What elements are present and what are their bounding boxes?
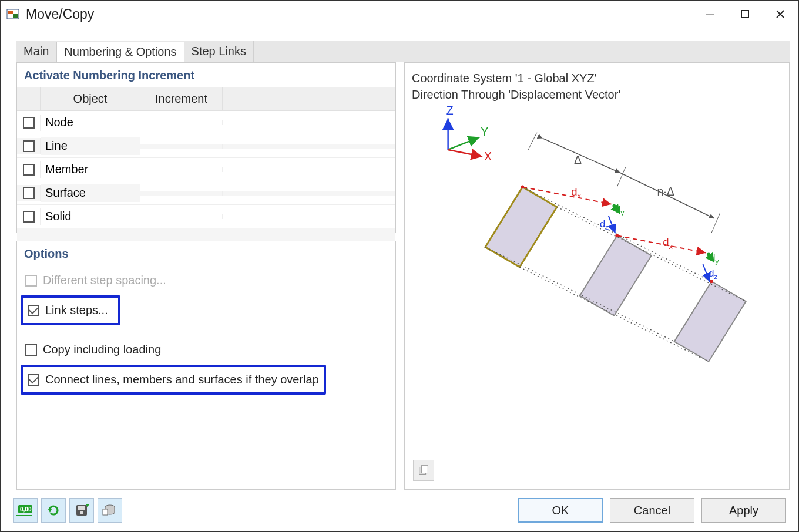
opt-connect-overlap[interactable]: Connect lines, members and surfaces if t…: [21, 365, 326, 395]
cancel-button[interactable]: Cancel: [610, 498, 694, 523]
svg-text:Z: Z: [446, 104, 454, 117]
maximize-button[interactable]: [727, 2, 763, 26]
opt-copy-loading[interactable]: Copy including loading: [21, 337, 392, 362]
col-object: Object: [41, 87, 140, 110]
svg-marker-49: [48, 509, 52, 513]
tab-step-links[interactable]: Step Links: [184, 41, 254, 62]
displacement-diagram: Z Y X Δ n·Δ: [417, 104, 783, 425]
svg-text:X: X: [484, 150, 492, 163]
svg-text:dz: dz: [600, 218, 609, 231]
refresh-button[interactable]: [41, 498, 66, 523]
svg-text:n·Δ: n·Δ: [657, 185, 674, 198]
tab-numbering-options[interactable]: Numbering & Options: [56, 42, 184, 62]
app-icon: [6, 7, 20, 21]
left-column: Activate Numbering Increment Object Incr…: [16, 62, 396, 490]
svg-point-43: [707, 253, 710, 257]
row-surface[interactable]: Surface: [17, 181, 395, 205]
footer: 0,00 OK Cancel Apply: [1, 490, 798, 531]
options-panel: Options Different step spacing... Link s…: [16, 241, 396, 490]
minimize-button[interactable]: [692, 2, 727, 26]
row-solid[interactable]: Solid: [17, 205, 395, 228]
tab-main[interactable]: Main: [16, 41, 56, 62]
svg-text:dy: dy: [615, 204, 624, 216]
svg-marker-20: [485, 187, 557, 267]
options-title: Options: [17, 241, 395, 265]
col-increment: Increment: [140, 87, 223, 110]
preview-panel: Coordinate System '1 - Global XYZ' Direc…: [404, 62, 790, 490]
row-node[interactable]: Node: [17, 111, 395, 134]
svg-marker-21: [580, 235, 652, 316]
svg-rect-51: [78, 506, 85, 510]
units-button[interactable]: 0,00: [13, 498, 38, 523]
svg-rect-55: [103, 509, 108, 515]
check-connect-overlap[interactable]: [28, 374, 39, 386]
svg-text:0,00: 0,00: [20, 506, 32, 513]
check-line[interactable]: [23, 140, 35, 152]
svg-line-11: [448, 150, 483, 157]
numbering-title: Activate Numbering Increment: [17, 63, 395, 87]
check-copy-loading[interactable]: [25, 344, 37, 356]
numbering-table: Object Increment Node Line: [17, 87, 395, 254]
check-node[interactable]: [23, 117, 35, 129]
svg-text:Y: Y: [481, 125, 488, 138]
svg-text:Δ: Δ: [574, 153, 582, 166]
row-member[interactable]: Member: [17, 158, 395, 181]
svg-point-42: [612, 204, 616, 208]
content: Activate Numbering Increment Object Incr…: [1, 62, 798, 490]
preview-direction: Direction Through 'Displacement Vector': [412, 86, 782, 103]
svg-text:dz: dz: [709, 268, 717, 280]
tab-strip: Main Numbering & Options Step Links: [16, 41, 790, 62]
svg-point-52: [80, 511, 83, 514]
numbering-panel: Activate Numbering Increment Object Incr…: [16, 62, 396, 233]
save-data-button[interactable]: [69, 498, 94, 523]
svg-point-41: [710, 280, 713, 283]
preview-cs: Coordinate System '1 - Global XYZ': [412, 70, 782, 86]
check-solid[interactable]: [23, 211, 35, 223]
opt-different-spacing: Different step spacing...: [21, 268, 392, 293]
check-surface[interactable]: [23, 187, 35, 199]
copy-image-button[interactable]: [413, 460, 434, 481]
check-member[interactable]: [23, 164, 35, 176]
svg-point-39: [521, 185, 524, 188]
opt-link-steps[interactable]: Link steps...: [21, 295, 120, 325]
db-button[interactable]: [98, 498, 122, 523]
svg-line-17: [528, 133, 537, 150]
svg-rect-4: [741, 11, 748, 18]
check-different-spacing: [25, 275, 37, 287]
svg-text:dx: dx: [571, 186, 581, 200]
row-line[interactable]: Line: [17, 134, 395, 158]
window-title: Move/Copy: [26, 6, 692, 22]
ok-button[interactable]: OK: [518, 498, 603, 523]
svg-line-19: [711, 213, 720, 233]
svg-text:dy: dy: [710, 252, 719, 265]
close-button[interactable]: [763, 2, 798, 26]
svg-rect-1: [8, 11, 13, 14]
svg-rect-2: [13, 14, 18, 18]
window-controls: [692, 2, 798, 26]
titlebar: Move/Copy: [1, 1, 798, 27]
check-link-steps[interactable]: [28, 305, 39, 316]
svg-line-18: [617, 167, 626, 187]
svg-point-40: [615, 234, 619, 237]
svg-line-9: [448, 137, 480, 150]
apply-button[interactable]: Apply: [701, 498, 786, 523]
table-header: Object Increment: [17, 87, 395, 111]
svg-text:dx: dx: [663, 236, 673, 251]
svg-rect-45: [421, 466, 428, 473]
move-copy-dialog: Move/Copy Main Numbering & Options Step …: [0, 0, 799, 532]
